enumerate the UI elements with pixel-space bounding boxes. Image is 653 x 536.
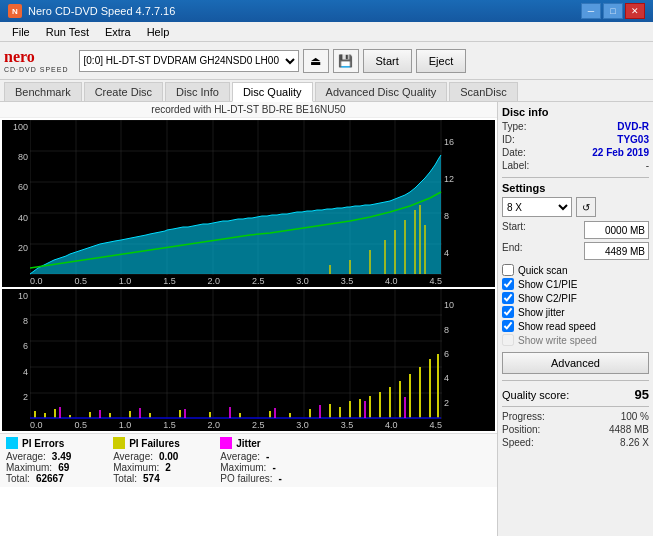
x-4.5: 4.5: [429, 276, 442, 286]
x2-1.0: 1.0: [119, 420, 132, 430]
quick-scan-checkbox[interactable]: [502, 264, 514, 276]
chart-area: recorded with HL-DT-ST BD-RE BE16NU50 10…: [0, 102, 498, 536]
x2-4.0: 4.0: [385, 420, 398, 430]
show-read-speed-checkbox[interactable]: [502, 320, 514, 332]
logo-sub: CD·DVD SPEED: [4, 66, 69, 73]
pi-failures-color-swatch: [113, 437, 125, 449]
save-icon-btn[interactable]: 💾: [333, 49, 359, 73]
tab-scan-disc[interactable]: ScanDisc: [449, 82, 517, 101]
label-value: -: [646, 160, 649, 171]
y2-right-2: 2: [444, 398, 460, 408]
menu-help[interactable]: Help: [139, 24, 178, 40]
eject-icon-btn[interactable]: ⏏: [303, 49, 329, 73]
divider-1: [502, 177, 649, 178]
y-label-80: 80: [4, 152, 28, 162]
maximize-button[interactable]: □: [603, 3, 623, 19]
tab-benchmark[interactable]: Benchmark: [4, 82, 82, 101]
x2-0.0: 0.0: [30, 420, 43, 430]
right-panel: Disc info Type: DVD-R ID: TYG03 Date: 22…: [498, 102, 653, 536]
x2-2.0: 2.0: [208, 420, 221, 430]
pi-failures-max-label: Maximum:: [113, 462, 159, 473]
pi-failures-avg-value: 0.00: [159, 451, 194, 462]
pi-errors-total-value: 62667: [36, 473, 71, 484]
id-value: TYG03: [617, 134, 649, 145]
start-input[interactable]: [584, 221, 649, 239]
main-content: recorded with HL-DT-ST BD-RE BE16NU50 10…: [0, 102, 653, 536]
y2-right-6: 6: [444, 349, 460, 359]
start-button[interactable]: Start: [363, 49, 412, 73]
y2-label-6: 6: [4, 341, 28, 351]
pi-failures-total-label: Total:: [113, 473, 137, 484]
jitter-avg-value: -: [266, 451, 301, 462]
y2-label-2: 2: [4, 392, 28, 402]
show-c1-pie-row: Show C1/PIE: [502, 278, 649, 290]
quick-scan-label: Quick scan: [518, 265, 567, 276]
y-right-16: 16: [444, 137, 460, 147]
jitter-po-failures-value: -: [279, 473, 314, 484]
show-write-speed-label: Show write speed: [518, 335, 597, 346]
show-c2-pif-checkbox[interactable]: [502, 292, 514, 304]
x-1.5: 1.5: [163, 276, 176, 286]
speed-value: 8.26 X: [620, 437, 649, 448]
y-label-100: 100: [4, 122, 28, 132]
menu-file[interactable]: File: [4, 24, 38, 40]
y-right-8: 8: [444, 211, 460, 221]
logo-nero: nero: [4, 48, 35, 66]
settings-refresh-icon[interactable]: ↺: [576, 197, 596, 217]
disc-info-section: Disc info Type: DVD-R ID: TYG03 Date: 22…: [502, 106, 649, 171]
pi-errors-max-value: 69: [58, 462, 93, 473]
pi-failures-avg-label: Average:: [113, 451, 153, 462]
x2-1.5: 1.5: [163, 420, 176, 430]
tab-advanced-disc-quality[interactable]: Advanced Disc Quality: [315, 82, 448, 101]
y2-label-8: 8: [4, 316, 28, 326]
speed-label: Speed:: [502, 437, 534, 448]
pi-errors-title: PI Errors: [22, 438, 64, 449]
tab-disc-quality[interactable]: Disc Quality: [232, 82, 313, 102]
legend-jitter: Jitter Average: - Maximum: - PO failures…: [220, 437, 313, 484]
disc-info-title: Disc info: [502, 106, 649, 118]
progress-label: Progress:: [502, 411, 545, 422]
eject-button[interactable]: Eject: [416, 49, 466, 73]
speed-select[interactable]: 8 X 4 X Maximum: [502, 197, 572, 217]
show-read-speed-label: Show read speed: [518, 321, 596, 332]
upper-chart-svg: [30, 120, 442, 275]
legend-pi-failures: PI Failures Average: 0.00 Maximum: 2 Tot…: [113, 437, 200, 484]
quality-score-label: Quality score:: [502, 389, 569, 401]
show-jitter-checkbox[interactable]: [502, 306, 514, 318]
tab-bar: Benchmark Create Disc Disc Info Disc Qua…: [0, 80, 653, 102]
x-3.5: 3.5: [341, 276, 354, 286]
title-bar: N Nero CD-DVD Speed 4.7.7.16 ─ □ ✕: [0, 0, 653, 22]
y2-label-10: 10: [4, 291, 28, 301]
progress-value: 100 %: [621, 411, 649, 422]
tab-disc-info[interactable]: Disc Info: [165, 82, 230, 101]
jitter-po-failures-label: PO failures:: [220, 473, 272, 484]
y-label-60: 60: [4, 182, 28, 192]
menu-run-test[interactable]: Run Test: [38, 24, 97, 40]
pi-errors-max-label: Maximum:: [6, 462, 52, 473]
show-c1-pie-checkbox[interactable]: [502, 278, 514, 290]
jitter-max-label: Maximum:: [220, 462, 266, 473]
close-button[interactable]: ✕: [625, 3, 645, 19]
id-label: ID:: [502, 134, 515, 145]
x-3.0: 3.0: [296, 276, 309, 286]
jitter-color-swatch: [220, 437, 232, 449]
settings-section: Settings 8 X 4 X Maximum ↺ Start: End:: [502, 182, 649, 374]
menu-extra[interactable]: Extra: [97, 24, 139, 40]
pi-errors-color-swatch: [6, 437, 18, 449]
advanced-button[interactable]: Advanced: [502, 352, 649, 374]
type-label: Type:: [502, 121, 526, 132]
drive-select[interactable]: [0:0] HL-DT-ST DVDRAM GH24NSD0 LH00: [79, 50, 299, 72]
x2-0.5: 0.5: [74, 420, 87, 430]
x2-3.5: 3.5: [341, 420, 354, 430]
minimize-button[interactable]: ─: [581, 3, 601, 19]
legend-pi-errors: PI Errors Average: 3.49 Maximum: 69 Tota…: [6, 437, 93, 484]
show-c1-pie-label: Show C1/PIE: [518, 279, 577, 290]
tab-create-disc[interactable]: Create Disc: [84, 82, 163, 101]
logo: nero CD·DVD SPEED: [4, 48, 69, 73]
end-input[interactable]: [584, 242, 649, 260]
y-label-40: 40: [4, 213, 28, 223]
date-value: 22 Feb 2019: [592, 147, 649, 158]
x-2.0: 2.0: [208, 276, 221, 286]
show-jitter-row: Show jitter: [502, 306, 649, 318]
quality-score-row: Quality score: 95: [502, 387, 649, 402]
